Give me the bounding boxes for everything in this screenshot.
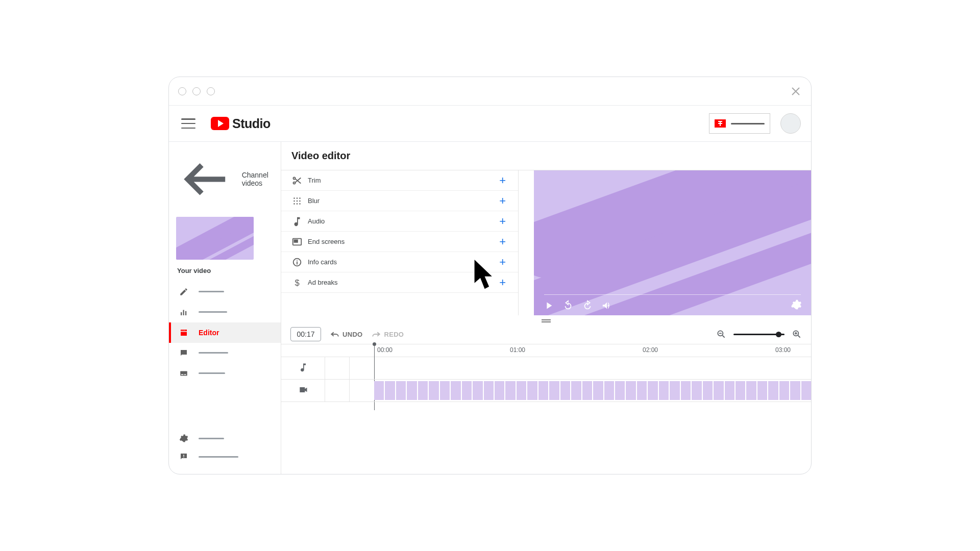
add-audio-button[interactable]: + bbox=[497, 215, 508, 228]
window-dot[interactable] bbox=[178, 87, 186, 95]
zoom-out-icon[interactable] bbox=[716, 329, 726, 339]
svg-rect-5 bbox=[181, 374, 184, 375]
tool-blur[interactable]: Blur + bbox=[281, 191, 518, 211]
gear-icon bbox=[178, 434, 189, 443]
placeholder-line bbox=[199, 291, 224, 292]
video-preview[interactable] bbox=[534, 170, 811, 315]
tool-info-cards[interactable]: Info cards + bbox=[281, 252, 518, 272]
sidebar-item-analytics[interactable] bbox=[169, 302, 281, 322]
play-icon[interactable] bbox=[543, 300, 554, 311]
tool-label: Ad breaks bbox=[308, 279, 338, 286]
main-panel: Video editor Trim + Blur + bbox=[281, 142, 811, 474]
redo-label: REDO bbox=[384, 331, 404, 338]
titlebar bbox=[169, 77, 811, 106]
time-mark: 02:00 bbox=[643, 346, 658, 354]
redo-button[interactable]: REDO bbox=[372, 331, 404, 338]
video-icon bbox=[298, 385, 308, 397]
timecode-input[interactable] bbox=[290, 327, 321, 341]
volume-icon[interactable] bbox=[601, 300, 612, 311]
add-end-screen-button[interactable]: + bbox=[497, 235, 508, 248]
svg-point-19 bbox=[299, 203, 301, 205]
time-mark: 00:00 bbox=[377, 346, 393, 354]
arrow-left-icon bbox=[178, 151, 235, 208]
preview-area bbox=[519, 170, 811, 315]
add-ad-break-button[interactable]: + bbox=[497, 276, 508, 289]
workspace: Channel videos Your video Editor bbox=[169, 142, 811, 474]
tool-audio[interactable]: Audio + bbox=[281, 211, 518, 232]
timeline-ruler[interactable]: 00:00 01:00 02:00 03:00 bbox=[281, 344, 811, 357]
svg-point-13 bbox=[299, 197, 301, 199]
sidebar-item-details[interactable] bbox=[169, 282, 281, 302]
tool-trim[interactable]: Trim + bbox=[281, 170, 518, 191]
svg-point-17 bbox=[293, 203, 295, 205]
window-dot[interactable] bbox=[192, 87, 201, 95]
svg-rect-6 bbox=[184, 374, 186, 375]
avatar[interactable] bbox=[780, 113, 801, 134]
sidebar-item-editor[interactable]: Editor bbox=[169, 322, 281, 343]
add-blur-button[interactable]: + bbox=[497, 194, 508, 208]
video-thumbnail[interactable] bbox=[169, 213, 281, 264]
tool-label: Audio bbox=[308, 217, 325, 225]
zoom-slider[interactable] bbox=[733, 334, 785, 335]
gear-icon[interactable] bbox=[791, 299, 802, 310]
tool-list: Trim + Blur + Audio + bbox=[281, 170, 519, 315]
timeline-controls: UNDO REDO bbox=[281, 324, 811, 344]
add-trim-button[interactable]: + bbox=[497, 174, 508, 187]
sidebar-item-subtitles[interactable] bbox=[169, 363, 281, 384]
music-note-icon bbox=[298, 362, 308, 374]
add-info-card-button[interactable]: + bbox=[497, 256, 508, 269]
close-icon[interactable] bbox=[790, 85, 802, 97]
sidebar-nav: Editor bbox=[169, 282, 281, 425]
placeholder-line bbox=[731, 123, 765, 124]
tool-ad-breaks[interactable]: $ Ad breaks + bbox=[281, 272, 518, 293]
music-note-icon bbox=[291, 216, 303, 227]
app-window: Studio Channel videos Your video bbox=[168, 77, 812, 474]
placeholder-line bbox=[199, 352, 228, 354]
video-track[interactable] bbox=[281, 380, 811, 402]
svg-point-18 bbox=[297, 203, 298, 205]
undo-label: UNDO bbox=[342, 331, 362, 338]
end-screen-icon bbox=[291, 236, 303, 247]
logo-text: Studio bbox=[232, 116, 271, 131]
editor-top-area: Trim + Blur + Audio + bbox=[281, 170, 811, 315]
tool-label: Blur bbox=[308, 197, 320, 205]
rewind-icon[interactable] bbox=[562, 300, 574, 311]
sidebar-item-comments[interactable] bbox=[169, 343, 281, 363]
editor-label: Editor bbox=[199, 329, 219, 337]
time-mark: 03:00 bbox=[775, 346, 791, 354]
menu-icon[interactable] bbox=[181, 118, 195, 129]
video-clip-strip[interactable] bbox=[374, 381, 811, 400]
app-header: Studio bbox=[169, 106, 811, 141]
tool-end-screens[interactable]: End screens + bbox=[281, 232, 518, 252]
placeholder-line bbox=[199, 456, 238, 458]
svg-rect-21 bbox=[295, 240, 298, 242]
scissors-icon bbox=[291, 175, 303, 186]
feedback-icon bbox=[178, 452, 189, 461]
redo-icon bbox=[372, 331, 381, 338]
page-title: Video editor bbox=[281, 142, 811, 170]
zoom-in-icon[interactable] bbox=[792, 329, 802, 339]
audio-track[interactable] bbox=[281, 357, 811, 380]
undo-icon bbox=[330, 331, 339, 338]
placeholder-line bbox=[199, 438, 224, 439]
resize-handle[interactable] bbox=[281, 315, 811, 324]
camera-plus-icon bbox=[715, 119, 726, 128]
tool-label: End screens bbox=[308, 238, 345, 245]
svg-point-11 bbox=[293, 197, 295, 199]
window-dot[interactable] bbox=[207, 87, 215, 95]
sidebar-item-settings[interactable] bbox=[169, 429, 281, 447]
forward-icon[interactable] bbox=[582, 300, 593, 311]
placeholder-line bbox=[199, 311, 227, 313]
undo-button[interactable]: UNDO bbox=[330, 331, 362, 338]
youtube-icon bbox=[211, 117, 229, 130]
svg-point-12 bbox=[297, 197, 298, 199]
create-button[interactable] bbox=[709, 113, 770, 134]
comments-icon bbox=[178, 348, 189, 358]
analytics-icon bbox=[178, 308, 189, 317]
timeline-tracks bbox=[281, 357, 811, 403]
studio-logo[interactable]: Studio bbox=[211, 116, 271, 131]
progress-line[interactable] bbox=[544, 294, 801, 295]
sidebar-item-feedback[interactable] bbox=[169, 447, 281, 466]
back-to-channel-videos[interactable]: Channel videos bbox=[169, 146, 281, 213]
svg-point-10 bbox=[293, 182, 295, 184]
